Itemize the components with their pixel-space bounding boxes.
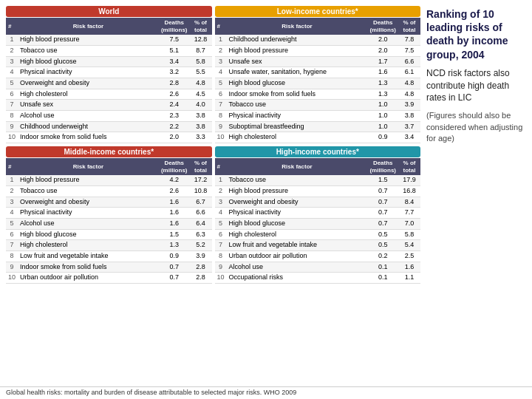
low-deaths-header: Deaths (millions): [367, 18, 398, 35]
mid-rank-header: #: [6, 158, 18, 175]
table-cell: 10: [6, 273, 18, 284]
table-cell: 0.5: [367, 229, 398, 240]
table-cell: 2.8: [159, 78, 190, 89]
table-cell: 4: [6, 208, 18, 219]
table-row: 5Overweight and obesity2.84.8: [6, 78, 212, 89]
table-cell: High cholesterol: [18, 240, 159, 251]
bottom-tables-row: Middle-income countries* # Risk factor D…: [6, 146, 420, 284]
tables-section: World # Risk factor Deaths (millions) % …: [6, 6, 420, 381]
table-cell: 6.7: [190, 197, 212, 208]
table-cell: 0.7: [159, 262, 190, 273]
table-cell: 1.0: [367, 111, 398, 122]
table-cell: Suboptimal breastfeeding: [227, 121, 368, 132]
table-cell: 7: [215, 100, 227, 111]
table-cell: 3.9: [398, 100, 420, 111]
middle-income-table: # Risk factor Deaths (millions) % of tot…: [6, 158, 212, 284]
footer: Global health risks: mortality and burde…: [0, 386, 532, 399]
table-cell: 2.3: [159, 111, 190, 122]
sidebar: Ranking of 10 leading risks of death by …: [426, 6, 526, 381]
table-cell: 7: [6, 100, 18, 111]
low-income-table: # Risk factor Deaths (millions) % of tot…: [215, 18, 421, 143]
table-cell: 3.3: [190, 132, 212, 143]
table-row: 2Tobacco use5.18.7: [6, 45, 212, 56]
table-cell: 1: [6, 35, 18, 45]
high-factor-header: Risk factor: [227, 158, 368, 175]
table-cell: 12.8: [190, 35, 212, 45]
table-cell: 2.8: [190, 273, 212, 284]
table-cell: 0.2: [367, 251, 398, 262]
table-row: 7Low fruit and vegetable intake0.55.4: [215, 240, 421, 251]
table-cell: High blood pressure: [18, 35, 159, 45]
table-cell: 8: [6, 111, 18, 122]
main-container: World # Risk factor Deaths (millions) % …: [0, 0, 532, 386]
table-row: 10Indoor smoke from solid fuels2.03.3: [6, 132, 212, 143]
table-cell: 7.8: [398, 35, 420, 45]
table-cell: 2.0: [159, 132, 190, 143]
table-cell: 3.4: [159, 56, 190, 67]
table-row: 9Indoor smoke from solid fuels0.72.8: [6, 262, 212, 273]
table-cell: 3.8: [398, 111, 420, 122]
table-cell: 5: [6, 78, 18, 89]
mid-deaths-header: Deaths (millions): [159, 158, 190, 175]
table-cell: Low fruit and vegetable intake: [227, 240, 368, 251]
table-cell: Tobacco use: [18, 45, 159, 56]
table-cell: 2.6: [159, 89, 190, 100]
table-cell: 9: [6, 121, 18, 132]
table-row: 5High blood glucose1.34.8: [215, 78, 421, 89]
world-title: World: [6, 6, 212, 17]
table-row: 2High blood pressure0.716.8: [215, 185, 421, 197]
table-cell: 1.7: [367, 56, 398, 67]
table-row: 7Unsafe sex2.44.0: [6, 100, 212, 111]
table-cell: High blood glucose: [18, 229, 159, 240]
table-cell: 1: [215, 35, 227, 45]
table-row: 1High blood pressure7.512.8: [6, 35, 212, 45]
table-cell: 3: [6, 197, 18, 208]
table-cell: High cholesterol: [227, 132, 368, 143]
table-cell: 0.1: [367, 273, 398, 284]
table-row: 9Alcohol use0.11.6: [215, 262, 421, 273]
world-table-block: World # Risk factor Deaths (millions) % …: [6, 6, 212, 143]
table-cell: Indoor smoke from solid fuels: [18, 132, 159, 143]
table-cell: Physical inactivity: [18, 208, 159, 219]
table-cell: 7.5: [398, 45, 420, 56]
table-cell: Urban outdoor air pollution: [227, 251, 368, 262]
table-cell: Physical inactivity: [227, 111, 368, 122]
table-cell: 6.4: [190, 219, 212, 230]
table-cell: Physical inactivity: [18, 67, 159, 78]
table-cell: Physical inactivity: [227, 208, 368, 219]
table-cell: 2.4: [159, 100, 190, 111]
high-income-table: # Risk factor Deaths (millions) % of tot…: [215, 158, 421, 284]
table-cell: Alcohol use: [227, 262, 368, 273]
table-row: 9Childhood underweight2.23.8: [6, 121, 212, 132]
table-cell: 1: [6, 175, 18, 185]
table-row: 8Alcohol use2.33.8: [6, 111, 212, 122]
table-cell: 2.2: [159, 121, 190, 132]
table-cell: 4.8: [398, 78, 420, 89]
table-cell: 17.9: [398, 175, 420, 185]
table-cell: 9: [215, 262, 227, 273]
table-row: 7High cholesterol1.35.2: [6, 240, 212, 251]
table-row: 6Indoor smoke from solid fuels1.34.8: [215, 89, 421, 100]
table-row: 1High blood pressure4.217.2: [6, 175, 212, 185]
table-cell: Childhood underweight: [227, 35, 368, 45]
table-cell: Tobacco use: [227, 100, 368, 111]
table-cell: 0.7: [367, 219, 398, 230]
table-cell: 2: [6, 185, 18, 197]
world-deaths-header: Deaths (millions): [159, 18, 190, 35]
table-cell: 6: [6, 229, 18, 240]
table-cell: 8.4: [398, 197, 420, 208]
table-row: 6High blood glucose1.56.3: [6, 229, 212, 240]
table-cell: 4.8: [398, 89, 420, 100]
table-cell: 5.4: [398, 240, 420, 251]
table-cell: 3.8: [190, 121, 212, 132]
table-cell: 9: [6, 262, 18, 273]
table-cell: 8.7: [190, 45, 212, 56]
table-cell: 3: [215, 197, 227, 208]
table-cell: 5: [215, 219, 227, 230]
table-row: 3Overweight and obesity0.78.4: [215, 197, 421, 208]
middle-income-title: Middle-income countries*: [6, 146, 212, 157]
table-cell: 1.3: [367, 78, 398, 89]
table-cell: 0.5: [367, 240, 398, 251]
table-cell: 2: [215, 185, 227, 197]
table-cell: 7: [6, 240, 18, 251]
